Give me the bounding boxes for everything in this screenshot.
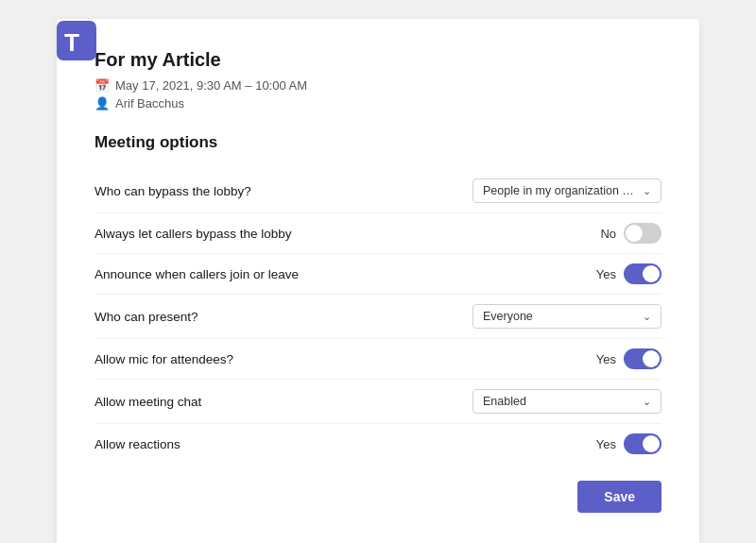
teams-logo: T	[57, 21, 96, 64]
option-row-allow-reactions: Allow reactions Yes	[94, 424, 662, 464]
dropdown-meeting-chat-value: Enabled	[483, 395, 526, 408]
option-row-bypass-lobby: Who can bypass the lobby? People in my o…	[94, 169, 662, 213]
toggle-callers-bypass[interactable]	[624, 223, 662, 244]
option-row-meeting-chat: Allow meeting chat Enabled ⌄	[94, 380, 662, 424]
option-label-announce-join: Announce when callers join or leave	[94, 267, 299, 281]
person-icon: 👤	[94, 96, 110, 110]
calendar-icon: 📅	[94, 78, 110, 93]
option-label-who-present: Who can present?	[94, 310, 198, 324]
toggle-knob-allow-reactions	[643, 435, 660, 452]
option-label-bypass-lobby: Who can bypass the lobby?	[94, 184, 251, 198]
toggle-knob-callers-bypass	[626, 225, 643, 242]
toggle-label-callers-bypass: No	[600, 227, 616, 241]
meeting-organizer: Arif Bacchus	[115, 96, 184, 110]
option-control-allow-mic: Yes	[596, 348, 662, 369]
dropdown-who-present[interactable]: Everyone ⌄	[472, 304, 662, 329]
option-label-allow-reactions: Allow reactions	[94, 437, 180, 451]
toggle-announce-join[interactable]	[624, 263, 662, 284]
dropdown-meeting-chat[interactable]: Enabled ⌄	[472, 389, 662, 414]
page-container: T For my Article 📅 May 17, 2021, 9:30 AM…	[0, 0, 756, 543]
meeting-date: May 17, 2021, 9:30 AM – 10:00 AM	[115, 78, 307, 93]
meeting-date-row: 📅 May 17, 2021, 9:30 AM – 10:00 AM	[94, 78, 662, 93]
toggle-allow-reactions[interactable]	[624, 433, 662, 454]
option-control-callers-bypass: No	[600, 223, 662, 244]
chevron-down-icon-3: ⌄	[643, 396, 651, 408]
meeting-meta: 📅 May 17, 2021, 9:30 AM – 10:00 AM 👤 Ari…	[94, 78, 662, 110]
option-label-meeting-chat: Allow meeting chat	[94, 395, 201, 409]
chevron-down-icon-2: ⌄	[643, 311, 651, 323]
option-control-allow-reactions: Yes	[596, 433, 662, 454]
save-button[interactable]: Save	[577, 481, 662, 513]
option-row-who-present: Who can present? Everyone ⌄	[94, 295, 662, 339]
dropdown-bypass-lobby[interactable]: People in my organization and gu... ⌄	[472, 178, 662, 203]
svg-text:T: T	[64, 28, 79, 57]
option-row-announce-join: Announce when callers join or leave Yes	[94, 254, 662, 295]
option-label-callers-bypass: Always let callers bypass the lobby	[94, 227, 292, 241]
meeting-title: For my Article	[94, 49, 662, 71]
dropdown-bypass-lobby-value: People in my organization and gu...	[483, 184, 639, 197]
meeting-options-heading: Meeting options	[94, 133, 662, 152]
option-control-bypass-lobby: People in my organization and gu... ⌄	[472, 178, 662, 203]
save-row: Save	[94, 481, 662, 513]
toggle-label-allow-reactions: Yes	[596, 437, 616, 451]
option-control-who-present: Everyone ⌄	[472, 304, 662, 329]
option-row-allow-mic: Allow mic for attendees? Yes	[94, 339, 662, 380]
option-label-allow-mic: Allow mic for attendees?	[94, 352, 233, 366]
options-list: Who can bypass the lobby? People in my o…	[94, 169, 662, 464]
dropdown-who-present-value: Everyone	[483, 310, 533, 323]
option-control-meeting-chat: Enabled ⌄	[472, 389, 662, 414]
toggle-knob-announce-join	[643, 265, 660, 282]
option-row-callers-bypass: Always let callers bypass the lobby No	[94, 213, 662, 254]
option-control-announce-join: Yes	[596, 263, 662, 284]
toggle-knob-allow-mic	[643, 350, 660, 367]
chevron-down-icon: ⌄	[643, 185, 651, 197]
meeting-organizer-row: 👤 Arif Bacchus	[94, 96, 662, 110]
toggle-allow-mic[interactable]	[624, 348, 662, 369]
toggle-label-announce-join: Yes	[596, 267, 616, 281]
toggle-label-allow-mic: Yes	[596, 352, 616, 366]
meeting-card: For my Article 📅 May 17, 2021, 9:30 AM –…	[57, 19, 699, 543]
